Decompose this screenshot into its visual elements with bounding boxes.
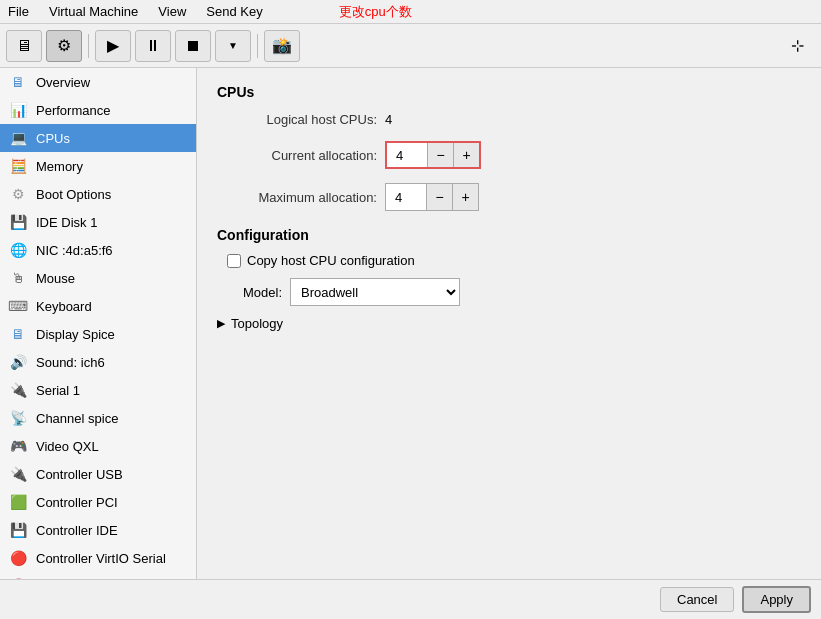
- overview-icon: 🖥: [8, 72, 28, 92]
- play-toolbar-btn[interactable]: ▶: [95, 30, 131, 62]
- sidebar-label-boot-options: Boot Options: [36, 187, 111, 202]
- menu-view[interactable]: View: [154, 2, 190, 21]
- current-alloc-plus-btn[interactable]: +: [453, 143, 479, 167]
- sidebar-item-boot-options[interactable]: ⚙ Boot Options: [0, 180, 196, 208]
- max-alloc-minus-btn[interactable]: −: [426, 184, 452, 210]
- sidebar-item-channel-spice[interactable]: 📡 Channel spice: [0, 404, 196, 432]
- sidebar-label-mouse: Mouse: [36, 271, 75, 286]
- sidebar-label-controller-ide: Controller IDE: [36, 523, 118, 538]
- sidebar-item-ide-disk1[interactable]: 💾 IDE Disk 1: [0, 208, 196, 236]
- sidebar-item-mouse[interactable]: 🖱 Mouse: [0, 264, 196, 292]
- copy-host-checkbox[interactable]: [227, 254, 241, 268]
- topology-arrow-icon: ▶: [217, 317, 225, 330]
- stop-dropdown-btn[interactable]: ▼: [215, 30, 251, 62]
- sidebar-item-memory[interactable]: 🧮 Memory: [0, 152, 196, 180]
- video-icon: 🎮: [8, 436, 28, 456]
- sidebar-label-display-spice: Display Spice: [36, 327, 115, 342]
- max-alloc-spinbox: − +: [385, 183, 479, 211]
- content-area: CPUs Logical host CPUs: 4 Current alloca…: [197, 68, 821, 579]
- sidebar-item-cpus[interactable]: 💻 CPUs: [0, 124, 196, 152]
- max-alloc-plus-btn[interactable]: +: [452, 184, 478, 210]
- model-select[interactable]: Broadwell Haswell IvyBridge SandyBridge …: [291, 279, 459, 305]
- sidebar-label-video-qxl: Video QXL: [36, 439, 99, 454]
- copy-host-label: Copy host CPU configuration: [247, 253, 415, 268]
- sidebar-label-cpus: CPUs: [36, 131, 70, 146]
- sidebar-item-keyboard[interactable]: ⌨ Keyboard: [0, 292, 196, 320]
- sidebar-item-controller-virtio[interactable]: 🔴 Controller VirtIO Serial: [0, 544, 196, 572]
- current-alloc-spinbox: − +: [385, 141, 481, 169]
- stop-toolbar-btn[interactable]: ⏹: [175, 30, 211, 62]
- bottom-bar: Cancel Apply: [0, 579, 821, 619]
- sidebar-item-sound-ich6[interactable]: 🔊 Sound: ich6: [0, 348, 196, 376]
- performance-icon: 📊: [8, 100, 28, 120]
- menu-vm[interactable]: Virtual Machine: [45, 2, 142, 21]
- memory-icon: 🧮: [8, 156, 28, 176]
- sidebar-item-nic[interactable]: 🌐 NIC :4d:a5:f6: [0, 236, 196, 264]
- sidebar-label-serial1: Serial 1: [36, 383, 80, 398]
- max-alloc-row: Maximum allocation: − +: [217, 183, 801, 211]
- logical-host-row: Logical host CPUs: 4: [217, 112, 801, 127]
- main-area: 🖥 Overview 📊 Performance 💻 CPUs 🧮 Memory…: [0, 68, 821, 579]
- sidebar-item-overview[interactable]: 🖥 Overview: [0, 68, 196, 96]
- sidebar-label-memory: Memory: [36, 159, 83, 174]
- sidebar-item-controller-ide[interactable]: 💾 Controller IDE: [0, 516, 196, 544]
- sidebar-label-nic: NIC :4d:a5:f6: [36, 243, 113, 258]
- serial-icon: 🔌: [8, 380, 28, 400]
- cancel-button[interactable]: Cancel: [660, 587, 734, 612]
- sidebar-item-performance[interactable]: 📊 Performance: [0, 96, 196, 124]
- sidebar-label-controller-pci: Controller PCI: [36, 495, 118, 510]
- sidebar-item-serial1[interactable]: 🔌 Serial 1: [0, 376, 196, 404]
- topology-row[interactable]: ▶ Topology: [217, 316, 801, 331]
- sidebar-item-controller-usb[interactable]: 🔌 Controller USB: [0, 460, 196, 488]
- sidebar-item-display-spice[interactable]: 🖥 Display Spice: [0, 320, 196, 348]
- logical-host-value: 4: [385, 112, 392, 127]
- pause-toolbar-btn[interactable]: ⏸: [135, 30, 171, 62]
- logical-host-label: Logical host CPUs:: [217, 112, 377, 127]
- mouse-icon: 🖱: [8, 268, 28, 288]
- model-select-container: Broadwell Haswell IvyBridge SandyBridge …: [290, 278, 460, 306]
- channel-icon: 📡: [8, 408, 28, 428]
- window-title: 更改cpu个数: [339, 3, 412, 21]
- current-alloc-row: Current allocation: − +: [217, 141, 801, 169]
- pci-icon: 🟩: [8, 492, 28, 512]
- menu-sendkey[interactable]: Send Key: [202, 2, 266, 21]
- sidebar-label-controller-virtio: Controller VirtIO Serial: [36, 551, 166, 566]
- usb-icon: 🔌: [8, 464, 28, 484]
- settings-toolbar-btn[interactable]: ⚙: [46, 30, 82, 62]
- controller-ide-icon: 💾: [8, 520, 28, 540]
- sidebar-item-usb-redirector[interactable]: 🔴 USB Redirector 1: [0, 572, 196, 579]
- toolbar-sep2: [257, 34, 258, 58]
- sidebar-item-controller-pci[interactable]: 🟩 Controller PCI: [0, 488, 196, 516]
- display-spice-icon: 🖥: [8, 324, 28, 344]
- configuration-section: Configuration Copy host CPU configuratio…: [217, 227, 801, 306]
- ide-disk-icon: 💾: [8, 212, 28, 232]
- apply-button[interactable]: Apply: [742, 586, 811, 613]
- sidebar-label-channel-spice: Channel spice: [36, 411, 118, 426]
- topology-label: Topology: [231, 316, 283, 331]
- config-section-title: Configuration: [217, 227, 801, 243]
- sidebar-label-ide-disk1: IDE Disk 1: [36, 215, 97, 230]
- virtio-icon: 🔴: [8, 548, 28, 568]
- sidebar: 🖥 Overview 📊 Performance 💻 CPUs 🧮 Memory…: [0, 68, 197, 579]
- resize-toolbar-btn[interactable]: ⊹: [779, 30, 815, 62]
- sidebar-label-keyboard: Keyboard: [36, 299, 92, 314]
- nic-icon: 🌐: [8, 240, 28, 260]
- current-alloc-input[interactable]: [387, 143, 427, 167]
- model-label: Model:: [227, 285, 282, 300]
- max-alloc-label: Maximum allocation:: [217, 190, 377, 205]
- sidebar-label-performance: Performance: [36, 103, 110, 118]
- copy-host-cpu-row: Copy host CPU configuration: [217, 253, 801, 268]
- sidebar-label-overview: Overview: [36, 75, 90, 90]
- max-alloc-input[interactable]: [386, 184, 426, 210]
- sound-icon: 🔊: [8, 352, 28, 372]
- current-alloc-label: Current allocation:: [217, 148, 377, 163]
- menu-file[interactable]: File: [4, 2, 33, 21]
- cpus-icon: 💻: [8, 128, 28, 148]
- current-alloc-minus-btn[interactable]: −: [427, 143, 453, 167]
- screenshot-toolbar-btn[interactable]: 📸: [264, 30, 300, 62]
- monitor-toolbar-btn[interactable]: 🖥: [6, 30, 42, 62]
- sidebar-item-video-qxl[interactable]: 🎮 Video QXL: [0, 432, 196, 460]
- section-title-cpus: CPUs: [217, 84, 801, 100]
- toolbar: 🖥 ⚙ ▶ ⏸ ⏹ ▼ 📸 ⊹: [0, 24, 821, 68]
- model-row: Model: Broadwell Haswell IvyBridge Sandy…: [217, 278, 801, 306]
